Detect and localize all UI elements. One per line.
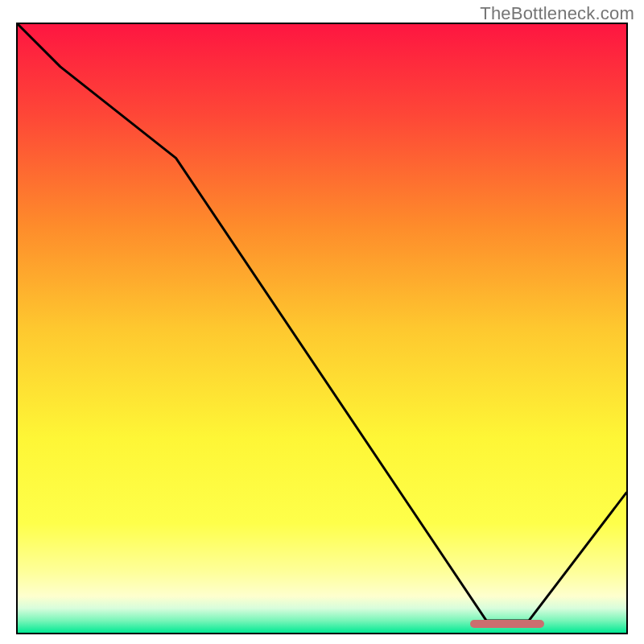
gradient-background [18,24,626,633]
plot-svg [18,24,626,633]
attribution-text: TheBottleneck.com [480,3,634,24]
plot-area [16,23,628,634]
minimum-marker [470,620,543,628]
chart-stage: TheBottleneck.com [0,0,644,644]
